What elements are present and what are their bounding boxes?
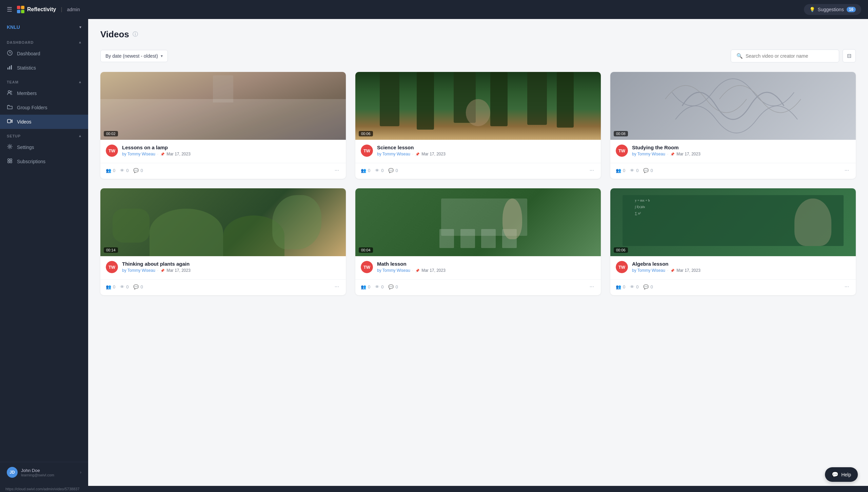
share-count: 0 [113, 284, 115, 289]
chevron-up-icon: ▴ [79, 40, 81, 44]
sidebar-user[interactable]: JD John Doe learning@swivl.com › [0, 462, 88, 482]
video-card-v2[interactable]: 00:06 TW Science lesson by Tommy Wiseau … [355, 72, 601, 179]
view-icon: 👁 [630, 284, 634, 289]
more-options-button[interactable]: ··· [588, 167, 595, 174]
svg-point-5 [11, 91, 12, 92]
video-thumbnail: 00:06 [355, 72, 601, 140]
view-count: 0 [636, 284, 638, 289]
search-input[interactable] [746, 53, 833, 59]
video-card-v6[interactable]: y = mx + b ∫ f(x)dx ∑ n² 00:06 TW Algebr… [610, 188, 856, 295]
view-count: 0 [381, 284, 383, 289]
video-info: TW Science lesson by Tommy Wiseau · 📌 Ma… [355, 140, 601, 159]
statistics-icon [7, 64, 13, 71]
sidebar-item-subscriptions[interactable]: Subscriptions [0, 154, 88, 169]
sidebar-item-dashboard[interactable]: Dashboard [0, 46, 88, 61]
creator-link[interactable]: by Tommy Wiseau [632, 152, 665, 156]
sidebar-item-label-videos: Videos [17, 119, 32, 125]
sidebar-item-settings[interactable]: Settings [0, 140, 88, 154]
duration-badge: 00:02 [104, 131, 118, 136]
separator: · [412, 152, 413, 156]
filter-icon: ⊟ [847, 53, 851, 59]
comment-stat: 💬 0 [133, 168, 143, 173]
video-info: TW Math lesson by Tommy Wiseau · 📌 Mar 1… [355, 256, 601, 276]
section-label-setup: SETUP [7, 134, 21, 138]
comment-icon: 💬 [133, 284, 139, 289]
comment-stat: 💬 0 [643, 168, 653, 173]
filter-button[interactable]: ⊟ [843, 49, 856, 62]
more-options-button[interactable]: ··· [333, 283, 340, 290]
settings-icon [7, 144, 13, 151]
chevron-up-icon-team: ▴ [79, 80, 81, 84]
chevron-down-icon: ▾ [79, 25, 81, 30]
user-arrow-icon: › [80, 470, 81, 475]
creator-link[interactable]: by Tommy Wiseau [377, 152, 410, 156]
creator-link[interactable]: by Tommy Wiseau [632, 268, 665, 273]
video-info: TW Algebra lesson by Tommy Wiseau · 📌 Ma… [610, 256, 856, 276]
video-card-v1[interactable]: 00:02 TW Lessons on a lamp by Tommy Wise… [100, 72, 346, 179]
video-meta: TW Thinking about plants again by Tommy … [106, 261, 340, 273]
duration-badge: 00:06 [359, 131, 373, 136]
sidebar-org[interactable]: KNLU ▾ [0, 19, 88, 35]
svg-rect-9 [10, 159, 12, 160]
sidebar-item-group-folders[interactable]: Group Folders [0, 100, 88, 115]
sidebar-item-statistics[interactable]: Statistics [0, 61, 88, 75]
duration-badge: 00:04 [359, 247, 373, 253]
help-button[interactable]: 💬 Help [825, 467, 858, 482]
separator: · [667, 152, 668, 156]
view-icon: 👁 [630, 168, 634, 173]
svg-rect-6 [7, 119, 11, 123]
share-count: 0 [368, 168, 370, 173]
pin-icon: 📌 [670, 269, 674, 272]
comment-count: 0 [650, 168, 653, 173]
page-header: Videos ⓘ [100, 29, 856, 40]
share-stat: 👥 0 [616, 284, 625, 289]
comment-count: 0 [395, 168, 398, 173]
sidebar-section-setup: SETUP ▴ [0, 129, 88, 140]
video-info: TW Studying the Room by Tommy Wiseau · 📌… [610, 140, 856, 159]
more-options-button[interactable]: ··· [843, 167, 850, 174]
creator-link[interactable]: by Tommy Wiseau [122, 152, 155, 156]
video-date: Mar 17, 2023 [676, 152, 701, 156]
suggestions-button[interactable]: 💡 Suggestions 16 [804, 4, 861, 15]
creator-link[interactable]: by Tommy Wiseau [377, 268, 410, 273]
video-date: Mar 17, 2023 [166, 268, 191, 273]
video-thumbnail: y = mx + b ∫ f(x)dx ∑ n² 00:06 [610, 188, 856, 256]
view-count: 0 [126, 284, 129, 289]
more-options-button[interactable]: ··· [588, 283, 595, 290]
svg-rect-3 [11, 65, 12, 70]
comment-icon: 💬 [643, 284, 649, 289]
video-stats: 👥 0 👁 0 💬 0 ··· [355, 279, 601, 295]
sidebar: KNLU ▾ DASHBOARD ▴ Dashboard [0, 19, 88, 486]
video-card-v5[interactable]: 00:04 TW Math lesson by Tommy Wiseau · 📌… [355, 188, 601, 295]
share-stat: 👥 0 [106, 284, 115, 289]
sidebar-item-videos[interactable]: Videos [0, 115, 88, 129]
share-icon: 👥 [361, 168, 366, 173]
sidebar-item-members[interactable]: Members [0, 86, 88, 100]
subscriptions-icon [7, 158, 13, 165]
video-meta: TW Algebra lesson by Tommy Wiseau · 📌 Ma… [616, 261, 850, 273]
info-icon[interactable]: ⓘ [133, 31, 138, 38]
share-count: 0 [623, 168, 625, 173]
video-sub: by Tommy Wiseau · 📌 Mar 17, 2023 [377, 152, 595, 156]
video-card-v3[interactable]: 00:08 TW Studying the Room by Tommy Wise… [610, 72, 856, 179]
video-grid: 00:02 TW Lessons on a lamp by Tommy Wise… [100, 72, 856, 295]
more-options-button[interactable]: ··· [843, 283, 850, 290]
duration-badge: 00:14 [104, 247, 118, 253]
video-title: Studying the Room [632, 145, 850, 150]
comment-count: 0 [650, 284, 653, 289]
sort-dropdown[interactable]: By date (newest - oldest) ▾ [100, 50, 168, 62]
app-body: KNLU ▾ DASHBOARD ▴ Dashboard [0, 19, 868, 486]
sidebar-section-team: TEAM ▴ [0, 75, 88, 86]
sidebar-section-dashboard: DASHBOARD ▴ [0, 35, 88, 46]
more-options-button[interactable]: ··· [333, 167, 340, 174]
creator-link[interactable]: by Tommy Wiseau [122, 268, 155, 273]
video-text: Thinking about plants again by Tommy Wis… [122, 261, 340, 273]
video-card-v4[interactable]: 00:14 TW Thinking about plants again by … [100, 188, 346, 295]
members-icon [7, 90, 13, 97]
view-count: 0 [636, 168, 638, 173]
video-text: Science lesson by Tommy Wiseau · 📌 Mar 1… [377, 145, 595, 156]
comment-count: 0 [395, 284, 398, 289]
sidebar-item-label-group-folders: Group Folders [17, 105, 47, 110]
hamburger-icon[interactable]: ☰ [7, 6, 12, 13]
creator-avatar: TW [106, 261, 118, 273]
